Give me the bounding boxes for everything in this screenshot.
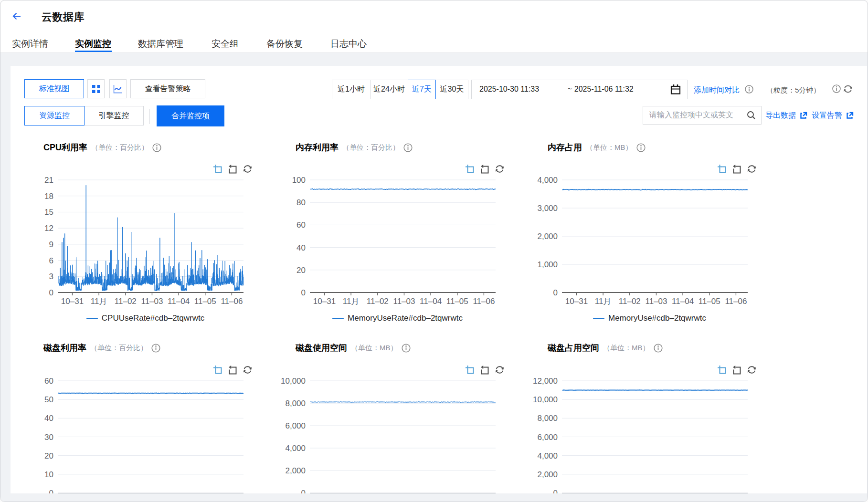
svg-text:20: 20 [296, 266, 306, 275]
svg-text:10–31: 10–31 [565, 297, 588, 306]
svg-text:2,000: 2,000 [285, 466, 306, 475]
svg-text:18: 18 [44, 192, 53, 201]
svg-text:11–06: 11–06 [473, 297, 495, 306]
svg-text:3,000: 3,000 [537, 204, 558, 213]
svg-text:9: 9 [49, 240, 53, 249]
svg-text:30: 30 [44, 433, 53, 442]
svg-text:11–06: 11–06 [221, 297, 243, 306]
svg-text:11月: 11月 [595, 297, 612, 306]
svg-text:3: 3 [49, 272, 53, 281]
svg-text:4,000: 4,000 [537, 176, 558, 185]
svg-text:11–02: 11–02 [367, 297, 389, 306]
svg-text:10,000: 10,000 [533, 395, 558, 404]
svg-text:6: 6 [49, 256, 53, 265]
svg-text:4,000: 4,000 [285, 444, 306, 453]
svg-text:0: 0 [49, 489, 53, 493]
svg-text:11–05: 11–05 [194, 297, 216, 306]
svg-text:2,000: 2,000 [537, 232, 558, 241]
svg-text:0: 0 [553, 288, 558, 297]
svg-text:11–04: 11–04 [672, 297, 694, 306]
svg-text:11–02: 11–02 [619, 297, 641, 306]
svg-text:11–02: 11–02 [115, 297, 137, 306]
svg-text:1,000: 1,000 [537, 260, 558, 269]
svg-text:80: 80 [296, 198, 306, 207]
svg-text:60: 60 [44, 376, 53, 386]
svg-text:11月: 11月 [91, 297, 107, 306]
svg-text:10–31: 10–31 [61, 297, 84, 306]
svg-text:12: 12 [44, 224, 53, 233]
svg-text:11–03: 11–03 [141, 297, 163, 306]
svg-text:100: 100 [292, 176, 306, 185]
svg-text:10: 10 [44, 470, 53, 479]
svg-text:11月: 11月 [343, 297, 360, 306]
svg-text:8,000: 8,000 [285, 399, 306, 408]
svg-text:0: 0 [49, 288, 53, 297]
svg-text:11–05: 11–05 [446, 297, 468, 306]
svg-text:40: 40 [296, 243, 306, 252]
svg-text:10–31: 10–31 [313, 297, 336, 306]
svg-text:40: 40 [44, 414, 53, 423]
svg-text:4,000: 4,000 [537, 451, 558, 460]
svg-text:60: 60 [296, 220, 306, 230]
svg-text:11–05: 11–05 [699, 297, 720, 306]
svg-text:0: 0 [553, 489, 558, 493]
svg-text:50: 50 [44, 395, 53, 404]
svg-text:10,000: 10,000 [281, 376, 306, 386]
svg-text:11–03: 11–03 [393, 297, 415, 306]
svg-text:0: 0 [301, 489, 306, 493]
svg-text:15: 15 [44, 208, 53, 217]
svg-text:11–06: 11–06 [725, 297, 747, 306]
svg-text:11–04: 11–04 [168, 297, 190, 306]
svg-text:6,000: 6,000 [285, 421, 306, 430]
svg-text:11–04: 11–04 [420, 297, 442, 306]
svg-text:8,000: 8,000 [537, 414, 558, 423]
svg-text:21: 21 [44, 176, 53, 185]
svg-text:6,000: 6,000 [537, 433, 558, 442]
svg-text:20: 20 [44, 451, 53, 460]
svg-text:2,000: 2,000 [537, 470, 558, 479]
svg-text:12,000: 12,000 [533, 376, 558, 386]
svg-text:0: 0 [301, 288, 306, 297]
svg-text:11–03: 11–03 [645, 297, 667, 306]
